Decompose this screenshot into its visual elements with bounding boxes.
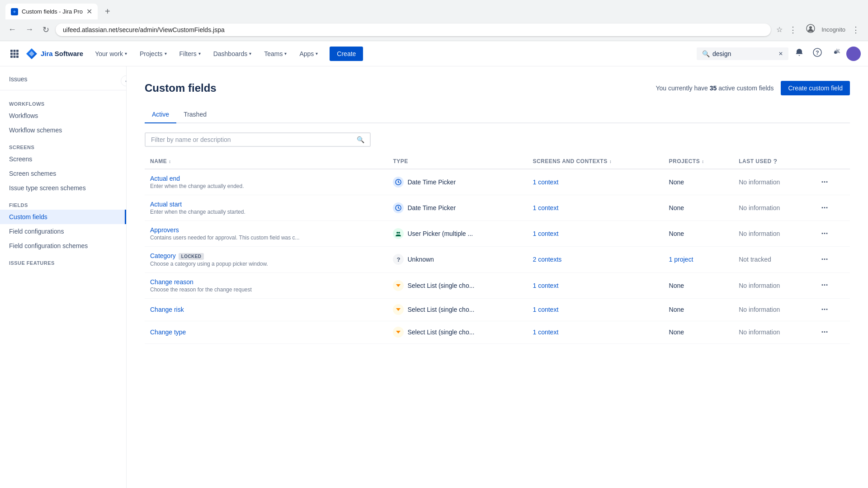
field-last-used-cell: Not tracked: [733, 247, 812, 273]
main-layout: ‹ Issues WORKFLOWS Workflows Workflow sc…: [0, 66, 868, 488]
global-search-box[interactable]: 🔍 ✕: [697, 47, 788, 60]
field-type-label: User Picker (multiple ...: [407, 230, 473, 237]
svg-point-15: [396, 232, 398, 234]
browser-tab[interactable]: Custom fields - Jira Pro ✕: [5, 4, 98, 19]
incognito-icon: [803, 22, 818, 37]
sidebar-item-issue-type-screen-schemes[interactable]: Issue type screen schemes: [0, 181, 126, 195]
field-more-button[interactable]: ···: [818, 280, 832, 291]
th-last-used[interactable]: Last used ?: [733, 154, 812, 169]
your-work-nav[interactable]: Your work ▾: [90, 47, 132, 60]
field-type-cell: User Picker (multiple ...: [387, 221, 527, 247]
field-contexts-link[interactable]: 2 contexts: [533, 256, 561, 263]
th-name[interactable]: Name ↕: [145, 154, 387, 169]
field-type-label: Select List (single cho...: [407, 328, 474, 336]
type-icon: [393, 228, 404, 239]
field-more-button[interactable]: ···: [818, 327, 832, 338]
apps-chevron: ▾: [316, 51, 318, 56]
teams-chevron: ▾: [284, 51, 287, 56]
field-type-cell: Date Time Picker: [387, 169, 527, 195]
tab-trashed[interactable]: Trashed: [176, 106, 214, 123]
new-tab-button[interactable]: +: [101, 5, 114, 19]
field-type-label: Date Time Picker: [407, 204, 456, 211]
field-contexts-link[interactable]: 1 context: [533, 306, 558, 313]
th-projects[interactable]: Projects ↕: [664, 154, 734, 169]
app-switcher-icon[interactable]: [7, 47, 22, 61]
table-row: Approvers Contains users needed for appr…: [145, 221, 850, 247]
field-name-link[interactable]: Approvers: [150, 226, 179, 234]
sidebar-item-issues[interactable]: Issues: [0, 72, 126, 86]
field-contexts-link[interactable]: 1 context: [533, 204, 558, 211]
field-name-link[interactable]: Change reason: [150, 278, 193, 286]
bookmark-icon[interactable]: ☆: [776, 25, 783, 34]
field-description: Enter when the change actually ended.: [150, 183, 304, 189]
field-type-cell: Select List (single cho...: [387, 298, 527, 321]
field-more-button[interactable]: ···: [818, 254, 832, 265]
field-name-link[interactable]: Actual start: [150, 201, 182, 208]
field-contexts-cell: 2 contexts: [527, 247, 663, 273]
search-input[interactable]: [712, 50, 776, 57]
forward-button[interactable]: →: [23, 23, 36, 36]
field-name-link[interactable]: Change risk: [150, 306, 184, 313]
tab-close-btn[interactable]: ✕: [86, 7, 92, 16]
sidebar-item-field-configuration-schemes[interactable]: Field configuration schemes: [0, 239, 126, 253]
field-actions-cell: ···: [812, 272, 850, 298]
filters-nav[interactable]: Filters ▾: [175, 47, 205, 60]
browser-extension-icon[interactable]: ⋮: [786, 23, 800, 37]
notifications-icon[interactable]: [792, 45, 807, 62]
field-type-cell: Date Time Picker: [387, 195, 527, 221]
dashboards-nav[interactable]: Dashboards ▾: [209, 47, 256, 60]
field-more-button[interactable]: ···: [818, 202, 832, 214]
field-type-cell: ? Unknown: [387, 247, 527, 273]
field-actions-cell: ···: [812, 298, 850, 321]
field-contexts-link[interactable]: 1 context: [533, 230, 558, 237]
search-clear-icon[interactable]: ✕: [778, 51, 783, 57]
back-button[interactable]: ←: [5, 23, 19, 36]
jira-logo[interactable]: Jira Software: [25, 47, 83, 60]
settings-icon[interactable]: [828, 45, 843, 62]
sidebar-item-screen-schemes[interactable]: Screen schemes: [0, 166, 126, 181]
sidebar-divider-1: [0, 90, 126, 90]
field-contexts-cell: 1 context: [527, 195, 663, 221]
field-type-cell: Select List (single cho...: [387, 272, 527, 298]
sidebar-item-workflow-schemes[interactable]: Workflow schemes: [0, 123, 126, 137]
browser-menu-button[interactable]: ⋮: [849, 23, 863, 37]
sidebar-item-workflows[interactable]: Workflows: [0, 108, 126, 123]
th-screens-contexts[interactable]: Screens and contexts ↕: [527, 154, 663, 169]
field-contexts-link[interactable]: 1 context: [533, 282, 558, 289]
apps-nav[interactable]: Apps ▾: [295, 47, 322, 60]
page-title: Custom fields: [145, 82, 217, 94]
address-bar[interactable]: [56, 23, 771, 36]
fields-table: Name ↕ Type Screens and contexts ↕ Proje…: [145, 154, 850, 344]
field-more-button[interactable]: ···: [818, 177, 832, 188]
sidebar-item-screens[interactable]: Screens: [0, 152, 126, 166]
field-type-label: Select List (single cho...: [407, 282, 474, 289]
field-contexts-link[interactable]: 1 context: [533, 178, 558, 186]
create-custom-field-button[interactable]: Create custom field: [781, 81, 850, 95]
help-icon[interactable]: ?: [810, 45, 825, 62]
type-icon: ?: [393, 254, 404, 265]
field-contexts-cell: 1 context: [527, 298, 663, 321]
field-more-button[interactable]: ···: [818, 228, 832, 239]
field-contexts-link[interactable]: 1 context: [533, 328, 558, 336]
fields-table-body: Actual end Enter when the change actuall…: [145, 169, 850, 343]
field-name-cell: Actual start Enter when the change actua…: [145, 195, 387, 221]
field-projects-cell: None: [664, 169, 734, 195]
type-icon: [393, 280, 404, 291]
teams-nav[interactable]: Teams ▾: [259, 47, 291, 60]
projects-nav[interactable]: Projects ▾: [135, 47, 171, 60]
field-name-link[interactable]: Actual end: [150, 175, 180, 182]
user-avatar[interactable]: [846, 47, 861, 61]
field-name-link[interactable]: Change type: [150, 328, 186, 336]
field-name-link[interactable]: Category: [150, 252, 176, 259]
field-more-button[interactable]: ···: [818, 304, 832, 315]
reload-button[interactable]: ↻: [40, 23, 52, 37]
filter-input[interactable]: [151, 136, 353, 143]
field-projects-value[interactable]: 1 project: [669, 256, 693, 263]
field-projects-cell: None: [664, 195, 734, 221]
filter-input-wrapper[interactable]: 🔍: [145, 132, 371, 147]
sidebar-item-field-configurations[interactable]: Field configurations: [0, 224, 126, 239]
tab-active[interactable]: Active: [145, 106, 176, 123]
apps-label: Apps: [299, 50, 314, 57]
sidebar-item-custom-fields[interactable]: Custom fields: [0, 210, 126, 224]
create-button[interactable]: Create: [330, 47, 363, 61]
